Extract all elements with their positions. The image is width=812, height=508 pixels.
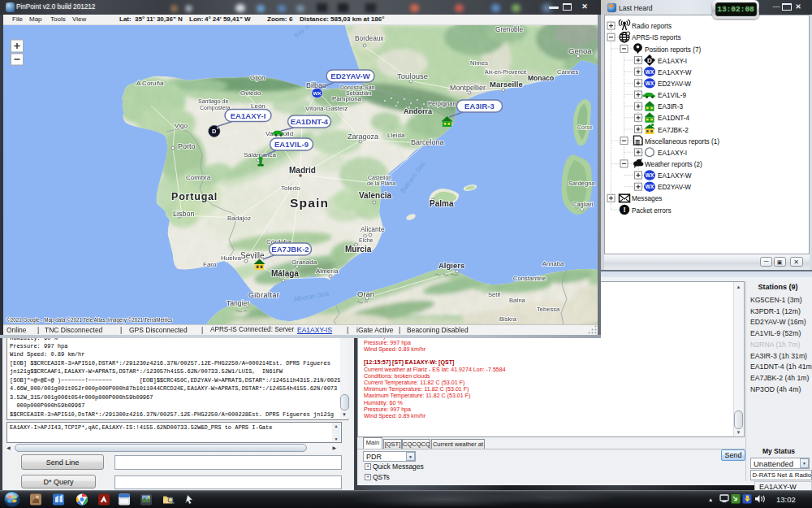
- svg-text:Sétif: Sétif: [488, 291, 501, 298]
- svg-text:Seville: Seville: [240, 251, 265, 260]
- svg-text:Perpignan: Perpignan: [428, 100, 456, 107]
- svg-text:Gibraltar: Gibraltar: [248, 291, 279, 299]
- svg-text:Palma: Palma: [430, 199, 454, 208]
- svg-text:Santiago de: Santiago de: [198, 98, 228, 105]
- svg-text:EA1VIL-9: EA1VIL-9: [658, 92, 686, 99]
- svg-text:EA1AXY-I: EA1AXY-I: [658, 150, 687, 157]
- svg-text:WX: WX: [313, 90, 322, 96]
- svg-text:Lisbon: Lisbon: [173, 210, 195, 218]
- svg-text:Oran: Oran: [357, 289, 374, 298]
- svg-text:Madrid: Madrid: [289, 166, 316, 175]
- svg-text:León: León: [251, 102, 266, 110]
- svg-text:Huelva: Huelva: [221, 254, 241, 262]
- svg-text:Aix-en-Provence: Aix-en-Provence: [485, 69, 527, 75]
- svg-text:EA1VIL-9: EA1VIL-9: [274, 140, 309, 149]
- svg-text:Biskra: Biskra: [499, 315, 517, 323]
- svg-text:EA7JBK-2: EA7JBK-2: [271, 245, 309, 254]
- svg-text:Murcia: Murcia: [345, 245, 372, 254]
- svg-text:Pamplona: Pamplona: [332, 95, 362, 102]
- svg-text:Vitoria-Gasteiz: Vitoria-Gasteiz: [305, 105, 348, 112]
- svg-text:Oviedo: Oviedo: [240, 89, 261, 97]
- svg-text:WX: WX: [646, 69, 654, 75]
- svg-text:Packet errors: Packet errors: [632, 207, 672, 215]
- svg-text:ED2YAV-W: ED2YAV-W: [658, 184, 691, 191]
- svg-text:Tangier: Tangier: [227, 299, 249, 307]
- svg-text:Sardegna: Sardegna: [568, 180, 595, 187]
- svg-text:A Coruña: A Coruña: [136, 80, 164, 87]
- svg-text:Málaga: Málaga: [271, 269, 299, 278]
- svg-text:Toledo: Toledo: [281, 185, 300, 192]
- svg-text:Messages: Messages: [632, 195, 662, 202]
- svg-text:Cannes: Cannes: [557, 68, 578, 76]
- svg-text:EA7JBK-2: EA7JBK-2: [658, 127, 689, 134]
- svg-text:Position reports (7): Position reports (7): [645, 46, 701, 54]
- svg-text:Tebessa: Tebessa: [537, 306, 560, 313]
- svg-text:©2021 Google - Map data ©2021: ©2021 Google - Map data ©2021 Tele Atlas…: [6, 317, 172, 323]
- svg-text:EA1AXY-I: EA1AXY-I: [658, 58, 687, 65]
- svg-text:Montpellier: Montpellier: [450, 84, 486, 92]
- svg-text:EA1DNT-4: EA1DNT-4: [658, 115, 690, 122]
- svg-text:Toulouse: Toulouse: [397, 72, 428, 80]
- svg-text:Badajoz: Badajoz: [227, 215, 251, 222]
- svg-text:Marseille: Marseille: [490, 80, 523, 89]
- svg-text:Andorra: Andorra: [404, 107, 433, 115]
- svg-text:Genoa: Genoa: [568, 46, 592, 55]
- svg-text:Coimbra: Coimbra: [186, 174, 211, 181]
- svg-text:Valencia: Valencia: [359, 191, 391, 200]
- svg-text:EA1AXY-I: EA1AXY-I: [231, 111, 266, 120]
- svg-text:!: !: [623, 205, 625, 214]
- svg-text:Granada: Granada: [292, 258, 317, 266]
- svg-text:Spain: Spain: [290, 196, 329, 210]
- svg-text:Zaragoza: Zaragoza: [348, 132, 378, 141]
- svg-text:Faro: Faro: [203, 261, 217, 268]
- svg-text:Lleida: Lleida: [387, 132, 405, 139]
- svg-text:Gijón: Gijón: [250, 74, 266, 81]
- svg-text:Corse: Corse: [577, 124, 593, 130]
- svg-text:Batna: Batna: [509, 297, 526, 304]
- svg-text:Monaco: Monaco: [528, 74, 554, 82]
- svg-text:Porto: Porto: [178, 142, 196, 150]
- svg-text:APRS-IS reports: APRS-IS reports: [632, 34, 681, 41]
- svg-text:Radio reports: Radio reports: [632, 23, 672, 30]
- svg-text:Barcelona: Barcelona: [411, 138, 444, 146]
- svg-text:de la Plana: de la Plana: [367, 180, 395, 186]
- svg-text:Alicante: Alicante: [361, 225, 385, 233]
- svg-text:Constantine: Constantine: [513, 275, 546, 282]
- svg-text:ED2YAV-W: ED2YAV-W: [658, 80, 691, 88]
- svg-text:ED2YAV-W: ED2YAV-W: [330, 72, 370, 80]
- svg-text:WX: WX: [646, 80, 654, 86]
- svg-text:Portugal: Portugal: [171, 191, 218, 202]
- svg-text:Donostia-San: Donostia-San: [340, 85, 375, 90]
- svg-text:Compostela: Compostela: [200, 105, 230, 111]
- svg-text:Miscellaneous reports (1): Miscellaneous reports (1): [645, 138, 719, 145]
- svg-text:EA1AXY-W: EA1AXY-W: [658, 69, 692, 76]
- svg-text:Almería: Almería: [316, 267, 339, 275]
- svg-text:D: D: [212, 128, 217, 135]
- svg-text:Cagliari: Cagliari: [572, 201, 594, 208]
- svg-text:WX: WX: [646, 184, 654, 189]
- svg-text:WX: WX: [646, 172, 654, 178]
- svg-text:Castellón: Castellón: [368, 175, 391, 180]
- svg-text:EA3IR-3: EA3IR-3: [464, 102, 495, 111]
- svg-text:Bordeaux: Bordeaux: [355, 34, 384, 42]
- svg-text:EA1DNT-4: EA1DNT-4: [291, 117, 329, 126]
- svg-text:Weather reports (2): Weather reports (2): [645, 161, 702, 168]
- svg-text:Vigo: Vigo: [175, 122, 188, 129]
- svg-text:Nîmes: Nîmes: [470, 59, 488, 67]
- svg-text:Grenoble: Grenoble: [495, 25, 524, 33]
- svg-text:D: D: [647, 57, 652, 64]
- svg-text:EA1AXY-W: EA1AXY-W: [658, 172, 692, 180]
- svg-text:Elche: Elche: [359, 237, 374, 243]
- svg-text:Annaba: Annaba: [542, 260, 564, 267]
- svg-text:Algiers: Algiers: [438, 261, 464, 270]
- svg-text:EA3IR-3: EA3IR-3: [658, 103, 683, 111]
